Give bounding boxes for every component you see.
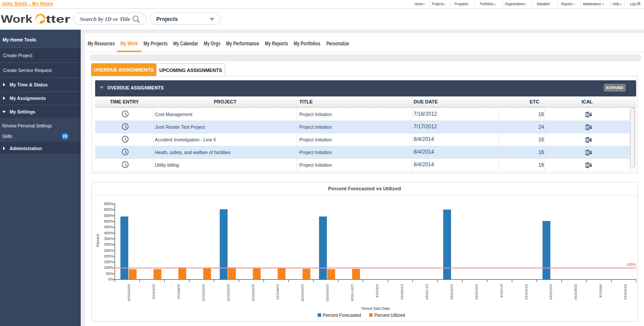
svg-text:550%: 550% [104,213,113,218]
svg-text:Period Start Date: Period Start Date [361,306,390,311]
svg-text:2/14/2016: 2/14/2016 [524,284,528,300]
svg-text:0%: 0% [108,277,114,281]
svg-text:2/21/2016: 2/21/2016 [549,284,553,300]
svg-text:450%: 450% [104,225,113,229]
svg-text:10/25/2015: 10/25/2015 [127,284,131,302]
svg-text:2/28/2016: 2/28/2016 [574,284,578,300]
svg-text:12/6/2015: 12/6/2015 [276,284,280,300]
svg-text:150%: 150% [104,260,113,264]
svg-text:11/15/2015: 11/15/2015 [202,284,206,302]
svg-text:12/13/2015: 12/13/2015 [301,284,305,302]
svg-text:600%: 600% [104,207,113,212]
svg-text:11/1/2015: 11/1/2015 [152,284,156,300]
svg-text:Percent Utilized: Percent Utilized [374,313,405,318]
svg-text:300%: 300% [104,242,113,247]
svg-text:1/24/2016: 1/24/2016 [450,284,454,300]
svg-text:1/10/2016: 1/10/2016 [400,284,404,300]
svg-text:650%: 650% [104,202,113,206]
svg-text:11/8/2015: 11/8/2015 [177,284,181,300]
svg-text:3/6/2016: 3/6/2016 [599,284,603,298]
svg-text:11/29/2015: 11/29/2015 [251,284,255,302]
svg-text:50%: 50% [106,271,113,276]
svg-text:11/22/2015: 11/22/2015 [226,284,230,302]
svg-text:3/13/2016: 3/13/2016 [623,284,627,300]
svg-text:400%: 400% [104,231,113,235]
svg-text:1/31/2016: 1/31/2016 [475,284,479,300]
svg-text:Percent: Percent [96,234,100,247]
svg-text:2/7/2016: 2/7/2016 [500,284,504,298]
svg-text:250%: 250% [104,248,113,253]
svg-text:1/3/2016: 1/3/2016 [375,284,379,298]
svg-text:200%: 200% [104,254,113,258]
svg-text:12/27/2015: 12/27/2015 [350,284,354,302]
svg-text:1/17/2016: 1/17/2016 [425,284,429,300]
svg-text:100%: 100% [627,262,636,267]
svg-text:Percent Forecasted: Percent Forecasted [323,313,361,318]
svg-text:12/20/2015: 12/20/2015 [325,284,329,302]
svg-text:350%: 350% [104,237,113,241]
svg-text:500%: 500% [104,219,113,223]
